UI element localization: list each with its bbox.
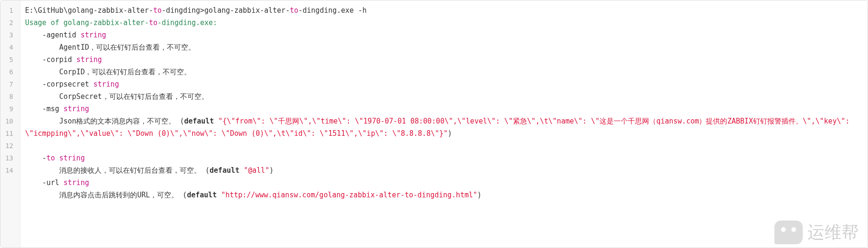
code-line: -url string	[25, 177, 863, 189]
line-number: 1	[0, 4, 16, 17]
text	[55, 154, 59, 162]
keyword-to: to	[46, 154, 55, 162]
description: AgentID，可以在钉钉后台查看，不可空。	[25, 43, 195, 52]
string-literal: "@all"	[244, 166, 269, 175]
code-line: -to string	[25, 152, 863, 164]
default-keyword: default	[184, 117, 214, 125]
text: )	[477, 191, 482, 199]
type: string	[80, 31, 106, 39]
description: CorpSecret，可以在钉钉后台查看，不可空。	[25, 92, 208, 101]
flag: -msg	[25, 105, 63, 113]
type: string	[63, 105, 89, 113]
flag: -corpsecret	[25, 80, 94, 89]
default-keyword: default	[209, 166, 239, 175]
code-line: E:\GitHub\golang-zabbix-alter-to-dingdin…	[25, 4, 863, 17]
text: )	[448, 129, 452, 138]
code-line: Json格式的文本消息内容，不可空。 (default "{\"from\": …	[25, 115, 863, 152]
line-number: 10	[0, 115, 16, 127]
keyword-to: to	[290, 6, 298, 15]
keyword-to: to	[153, 6, 162, 15]
flag: -agentid	[25, 31, 80, 39]
description: 消息内容点击后跳转到的URL，可空。 (	[25, 191, 187, 199]
description: CorpID，可以在钉钉后台查看，不可空。	[25, 68, 191, 76]
description: Json格式的文本消息内容，不可空。 (	[25, 117, 184, 125]
code-line: AgentID，可以在钉钉后台查看，不可空。	[25, 41, 863, 53]
code-line: 消息内容点击后跳转到的URL，可空。 (default "http://www.…	[25, 189, 863, 201]
text: -dingding.exe -h	[298, 6, 367, 15]
line-number: 11	[0, 127, 16, 140]
line-number: 4	[0, 41, 16, 53]
code-line: -corpid string	[25, 53, 863, 66]
code-line: -corpsecret string	[25, 78, 863, 90]
code-line: -agentid string	[25, 29, 863, 41]
text: -dingding>golang-zabbix-alter-	[162, 6, 290, 15]
line-number: 7	[0, 78, 16, 90]
line-number: 6	[0, 66, 16, 78]
text	[240, 166, 244, 175]
line-number: 3	[0, 29, 16, 41]
text	[217, 191, 221, 199]
text	[214, 117, 218, 125]
code-line: CorpSecret，可以在钉钉后台查看，不可空。	[25, 90, 863, 103]
default-keyword: default	[187, 191, 217, 199]
line-number: 9	[0, 103, 16, 115]
description: 消息的接收人，可以在钉钉后台查看，可空。 (	[25, 166, 209, 175]
type: string	[59, 154, 85, 162]
type: string	[76, 55, 102, 64]
line-number: 14	[0, 164, 16, 177]
string-literal: "http://www.qiansw.com/golang-zabbix-alt…	[221, 191, 477, 199]
text: E:\GitHub\golang-zabbix-alter-	[25, 6, 153, 15]
flag: -corpid	[25, 55, 76, 64]
usage-text: -dingding.exe:	[157, 18, 217, 27]
keyword-to: to	[149, 18, 157, 27]
code-line: 消息的接收人，可以在钉钉后台查看，可空。 (default "@all")	[25, 164, 863, 177]
line-number: 12	[0, 140, 16, 152]
flag: -	[25, 154, 46, 162]
code-line: -msg string	[25, 103, 863, 115]
line-number: 2	[0, 17, 16, 29]
code-line: Usage of golang-zabbix-alter-to-dingding…	[25, 17, 863, 29]
flag: -url	[25, 178, 63, 187]
line-number: 13	[0, 152, 16, 164]
code-line: CorpID，可以在钉钉后台查看，不可空。	[25, 66, 863, 78]
code-content[interactable]: E:\GitHub\golang-zabbix-alter-to-dingdin…	[20, 0, 868, 248]
text: )	[269, 166, 274, 175]
line-number: 8	[0, 90, 16, 103]
usage-text: Usage of golang-zabbix-alter-	[25, 18, 149, 27]
line-number: 5	[0, 53, 16, 66]
code-block: 1 2 3 4 5 6 7 8 9 10 11 12 13 14 E:\GitH…	[0, 0, 868, 248]
type: string	[63, 178, 89, 187]
type: string	[94, 80, 119, 89]
line-number-gutter: 1 2 3 4 5 6 7 8 9 10 11 12 13 14	[0, 0, 20, 248]
